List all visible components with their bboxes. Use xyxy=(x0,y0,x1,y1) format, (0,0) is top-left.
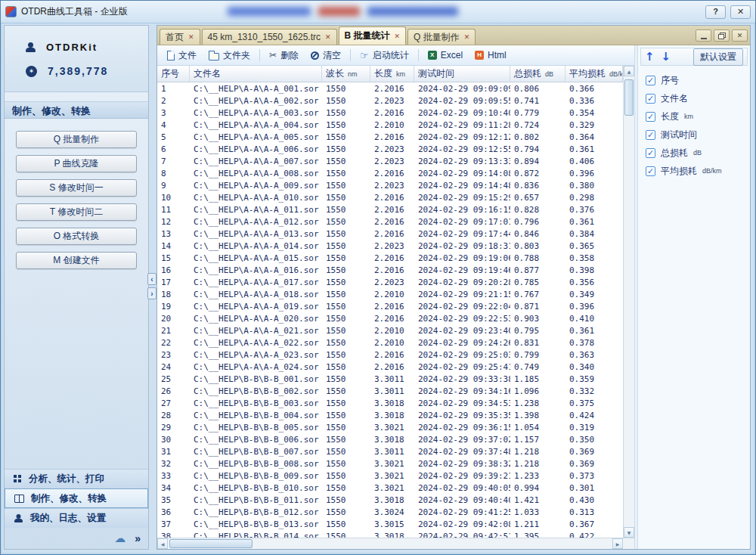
column-toggle[interactable]: ✓长度km xyxy=(646,111,742,122)
column-toggle[interactable]: ✓序号 xyxy=(646,75,742,85)
move-up-button[interactable]: ↑ xyxy=(645,51,655,63)
file-button[interactable]: 文件 xyxy=(162,48,202,64)
table-row[interactable]: 33C:\__HELP\B-B\B-B_009.sor15503.3021202… xyxy=(157,470,623,482)
table-row[interactable]: 31C:\__HELP\B-B\B-B_007.sor15503.3011202… xyxy=(157,445,623,457)
tab-close-icon[interactable]: ✕ xyxy=(395,33,401,40)
column-header-testtime[interactable]: 测试时间 xyxy=(414,66,510,82)
collapse-left-button[interactable]: ‹ xyxy=(147,273,156,285)
checkbox-checked-icon[interactable]: ✓ xyxy=(646,130,655,140)
checkbox-checked-icon[interactable]: ✓ xyxy=(646,76,655,85)
horizontal-scroll-thumb[interactable] xyxy=(169,539,253,548)
table-row[interactable]: 10C:\__HELP\A-A\A-A_010.sor15502.2016202… xyxy=(157,191,623,203)
column-toggle[interactable]: ✓文件名 xyxy=(646,93,742,104)
sidebar-tool-button[interactable]: M 创建文件 xyxy=(16,252,137,269)
restore-button[interactable] xyxy=(714,29,730,42)
column-header-avgloss[interactable]: 平均损耗dB/km xyxy=(565,66,623,82)
table-row[interactable]: 25C:\__HELP\B-B\B-B_001.sor15503.3011202… xyxy=(157,373,623,385)
table-row[interactable]: 23C:\__HELP\A-A\A-A_023.sor15502.2016202… xyxy=(157,349,623,361)
table-row[interactable]: 18C:\__HELP\A-A\A-A_018.sor15502.2010202… xyxy=(157,288,623,300)
titlebar[interactable]: OTDR曲线工具箱 - 企业版 ? ✕ xyxy=(1,1,755,23)
tab-batch-stats[interactable]: B 批量统计 ✕ xyxy=(339,26,407,45)
vertical-scroll-track[interactable] xyxy=(624,76,634,527)
table-row[interactable]: 36C:\__HELP\B-B\B-B_012.sor15503.3024202… xyxy=(157,506,623,518)
tab-batch-make[interactable]: Q 批量制作 ✕ xyxy=(407,29,476,45)
close-document-button[interactable]: ✕ xyxy=(732,29,748,42)
column-toggle[interactable]: ✓总损耗dB xyxy=(646,147,742,158)
horizontal-scrollbar[interactable]: ◀ ▶ xyxy=(157,538,623,549)
help-button[interactable]: ? xyxy=(705,5,726,19)
table-row[interactable]: 19C:\__HELP\A-A\A-A_019.sor15502.2016202… xyxy=(157,300,623,312)
sidebar-tool-button[interactable]: T 修改时间二 xyxy=(16,203,137,221)
table-row[interactable]: 5C:\__HELP\A-A\A-A_005.sor15502.20162024… xyxy=(157,131,623,143)
export-html-button[interactable]: H Html xyxy=(469,48,512,62)
column-header-filename[interactable]: 文件名 xyxy=(190,66,322,82)
start-statistics-button[interactable]: ☞ 启动统计 xyxy=(355,48,414,64)
move-down-button[interactable]: ↓ xyxy=(662,51,671,63)
sidebar-section-analysis[interactable]: 分析、统计、打印 xyxy=(5,469,148,488)
column-header-wavelength[interactable]: 波长nm xyxy=(322,66,370,82)
table-row[interactable]: 2C:\__HELP\A-A\A-A_002.sor15502.20232024… xyxy=(157,95,623,107)
table-row[interactable]: 14C:\__HELP\A-A\A-A_014.sor15502.2023202… xyxy=(157,240,623,252)
export-excel-button[interactable]: X Excel xyxy=(423,48,468,62)
table-row[interactable]: 30C:\__HELP\B-B\B-B_006.sor15503.3018202… xyxy=(157,433,623,445)
tab-trace-file[interactable]: 45 km_1310_1550_1625.trc ✕ xyxy=(202,29,337,45)
sidebar-tool-button[interactable]: Q 批量制作 xyxy=(16,131,137,148)
checkbox-checked-icon[interactable]: ✓ xyxy=(646,166,655,176)
cloud-icon[interactable]: ☁ xyxy=(114,532,125,545)
tab-close-icon[interactable]: ✕ xyxy=(188,33,194,41)
vertical-scroll-thumb[interactable] xyxy=(624,79,634,116)
table-row[interactable]: 27C:\__HELP\B-B\B-B_003.sor15503.3018202… xyxy=(157,397,623,409)
checkbox-checked-icon[interactable]: ✓ xyxy=(646,148,655,158)
tab-close-icon[interactable]: ✕ xyxy=(464,33,470,41)
folder-button[interactable]: 文件夹 xyxy=(203,48,256,64)
minimize-button[interactable] xyxy=(696,29,711,42)
scroll-up-button[interactable]: ▲ xyxy=(624,66,634,76)
sidebar-section-make[interactable]: 制作、修改、转换 xyxy=(5,488,148,508)
sidebar-section-my[interactable]: 我的、日志、设置 xyxy=(5,508,148,528)
checkbox-checked-icon[interactable]: ✓ xyxy=(646,94,655,104)
table-row[interactable]: 26C:\__HELP\B-B\B-B_002.sor15503.3011202… xyxy=(157,385,623,397)
scroll-right-button[interactable]: ▶ xyxy=(612,538,623,549)
table-header[interactable]: 序号 文件名 波长nm 长度km 测试时间 总损耗dB 平均损耗dB/km xyxy=(157,66,623,82)
table-row[interactable]: 37C:\__HELP\B-B\B-B_013.sor15503.3015202… xyxy=(157,518,623,530)
table-row[interactable]: 38C:\__HELP\B-B\B-B_014.sor15503.3018202… xyxy=(157,530,623,538)
sidebar-tool-button[interactable]: S 修改时间一 xyxy=(16,179,137,197)
table-row[interactable]: 12C:\__HELP\A-A\A-A_012.sor15502.2016202… xyxy=(157,215,623,228)
table-row[interactable]: 21C:\__HELP\A-A\A-A_021.sor15502.2010202… xyxy=(157,324,623,336)
column-header-length[interactable]: 长度km xyxy=(370,66,414,82)
table-row[interactable]: 8C:\__HELP\A-A\A-A_008.sor15502.20162024… xyxy=(157,167,623,179)
table-row[interactable]: 20C:\__HELP\A-A\A-A_020.sor15502.2016202… xyxy=(157,312,623,324)
scroll-left-button[interactable]: ◀ xyxy=(157,538,168,549)
tab-close-icon[interactable]: ✕ xyxy=(325,33,331,41)
sidebar-tool-button[interactable]: P 曲线克隆 xyxy=(16,155,137,172)
expand-chevrons-icon[interactable]: » xyxy=(135,532,141,544)
table-row[interactable]: 13C:\__HELP\A-A\A-A_013.sor15502.2016202… xyxy=(157,228,623,240)
horizontal-scroll-track[interactable] xyxy=(168,538,612,549)
table-row[interactable]: 11C:\__HELP\A-A\A-A_011.sor15502.2016202… xyxy=(157,203,623,215)
table-row[interactable]: 35C:\__HELP\B-B\B-B_011.sor15503.3018202… xyxy=(157,494,623,506)
table-row[interactable]: 3C:\__HELP\A-A\A-A_003.sor15502.20162024… xyxy=(157,107,623,119)
table-row[interactable]: 28C:\__HELP\B-B\B-B_004.sor15503.3018202… xyxy=(157,409,623,421)
table-row[interactable]: 4C:\__HELP\A-A\A-A_004.sor15502.20102024… xyxy=(157,119,623,131)
column-toggle[interactable]: ✓测试时间 xyxy=(646,129,742,140)
table-row[interactable]: 34C:\__HELP\B-B\B-B_010.sor15503.3021202… xyxy=(157,482,623,494)
table-row[interactable]: 24C:\__HELP\A-A\A-A_024.sor15502.2016202… xyxy=(157,361,623,373)
default-settings-button[interactable]: 默认设置 xyxy=(693,48,743,66)
table-row[interactable]: 29C:\__HELP\B-B\B-B_005.sor15503.3021202… xyxy=(157,421,623,433)
table-row[interactable]: 22C:\__HELP\A-A\A-A_022.sor15502.2010202… xyxy=(157,336,623,349)
column-header-seq[interactable]: 序号 xyxy=(157,66,190,82)
table-row[interactable]: 9C:\__HELP\A-A\A-A_009.sor15502.20232024… xyxy=(157,179,623,191)
table-row[interactable]: 1C:\__HELP\A-A\A-A_001.sor15502.20162024… xyxy=(157,82,623,95)
table-row[interactable]: 6C:\__HELP\A-A\A-A_006.sor15502.20232024… xyxy=(157,143,623,155)
table-row[interactable]: 15C:\__HELP\A-A\A-A_015.sor15502.2016202… xyxy=(157,252,623,264)
sidebar-tool-button[interactable]: O 格式转换 xyxy=(16,228,137,245)
table-row[interactable]: 7C:\__HELP\A-A\A-A_007.sor15502.20232024… xyxy=(157,155,623,167)
table-row[interactable]: 17C:\__HELP\A-A\A-A_017.sor15502.2023202… xyxy=(157,276,623,288)
delete-button[interactable]: ✂ 删除 xyxy=(264,48,304,64)
table-row[interactable]: 32C:\__HELP\B-B\B-B_008.sor15503.3021202… xyxy=(157,457,623,470)
tab-home[interactable]: 首页 ✕ xyxy=(160,29,200,45)
clear-button[interactable]: 清空 xyxy=(305,48,346,64)
checkbox-checked-icon[interactable]: ✓ xyxy=(646,112,655,122)
vertical-scrollbar[interactable]: ▲ ▼ xyxy=(623,66,634,538)
column-toggle[interactable]: ✓平均损耗dB/km xyxy=(646,166,742,176)
